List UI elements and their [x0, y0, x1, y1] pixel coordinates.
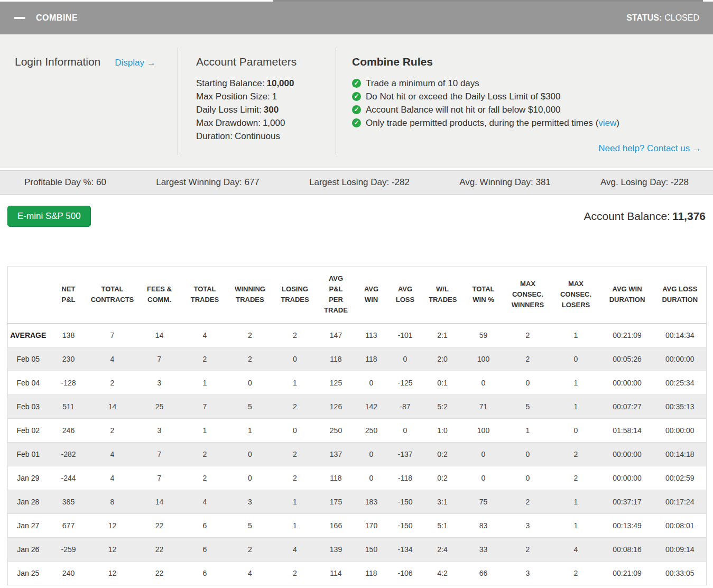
- info-panel: Login Information Display → Account Para…: [0, 34, 713, 168]
- table-cell: 00:00:00: [654, 418, 707, 442]
- column-header: AVG P&L PER TRADE: [317, 267, 355, 324]
- top-edge: [0, 0, 713, 2]
- table-cell: 3: [136, 371, 183, 394]
- table-cell: 2: [227, 323, 273, 347]
- account-parameter-item: Daily Loss Limit:300: [196, 103, 336, 116]
- row-label: Jan 29: [8, 466, 49, 490]
- table-cell: -125: [388, 371, 423, 394]
- account-parameter-item: Starting Balance:10,000: [196, 77, 336, 90]
- combine-rule-item: ✓Do Not hit or exceed the Daily Loss Lim…: [352, 90, 701, 103]
- table-cell: 2: [505, 323, 551, 347]
- column-header: W/L TRADES: [423, 267, 462, 324]
- table-cell: 118: [355, 347, 388, 371]
- table-cell: 118: [355, 561, 388, 585]
- column-header-text: LOSING TRADES: [274, 284, 316, 305]
- table-cell: 00:33:05: [654, 561, 707, 585]
- table-cell: 137: [317, 442, 355, 466]
- table-cell: 183: [355, 490, 388, 513]
- daily-stats-bar: Profitable Day %: 60Largest Winning Day:…: [0, 170, 713, 195]
- account-parameter-item: Max Drawdown:1,000: [196, 116, 336, 130]
- column-header-text: AVG WIN: [363, 284, 381, 305]
- parameter-label: Daily Loss Limit:: [196, 105, 262, 115]
- table-row: Feb 01-282472021370-1370:200200:00:0000:…: [8, 442, 707, 466]
- table-cell: 2: [227, 537, 273, 561]
- table-cell: 7: [136, 466, 183, 490]
- table-cell: 2: [89, 371, 136, 394]
- table-cell: 4: [551, 537, 601, 561]
- table-cell: 2: [505, 537, 551, 561]
- table-cell: 2:4: [423, 537, 462, 561]
- table-cell: 0: [355, 466, 388, 490]
- contact-us-link[interactable]: Need help? Contact us →: [598, 143, 701, 153]
- table-cell: 59: [462, 323, 505, 347]
- table-cell: 2:1: [423, 323, 462, 347]
- table-row: AVERAGE138714422147113-1012:1592100:21:0…: [8, 323, 707, 347]
- table-cell: 0: [227, 442, 273, 466]
- table-row: Feb 052304722011811802:01002000:05:2600:…: [8, 347, 707, 371]
- table-cell: 113: [355, 323, 388, 347]
- table-cell: 33: [462, 537, 505, 561]
- table-cell: 1: [551, 323, 601, 347]
- table-row: Jan 28385814431175183-1503:1752100:37:17…: [8, 490, 707, 513]
- table-cell: 1: [551, 513, 601, 537]
- table-cell: 4: [89, 347, 136, 371]
- parameter-label: Starting Balance:: [196, 78, 264, 88]
- table-cell: 00:14:18: [654, 442, 707, 466]
- table-cell: 385: [49, 490, 89, 513]
- table-cell: 0: [551, 418, 601, 442]
- table-cell: 00:37:17: [601, 490, 654, 513]
- column-header: AVG LOSS DURATION: [654, 267, 707, 324]
- account-parameters-list: Starting Balance:10,000Max Position Size…: [196, 77, 336, 143]
- table-cell: 1: [551, 490, 601, 513]
- combine-rules-list: ✓Trade a minimum of 10 days✓Do Not hit o…: [352, 77, 701, 130]
- table-cell: 22: [136, 561, 183, 585]
- table-cell: 142: [355, 394, 388, 418]
- combine-rule-item: ✓Account Balance will not hit or fall be…: [352, 103, 701, 116]
- column-header: NET P&L: [49, 267, 89, 324]
- table-cell: 00:14:34: [654, 323, 707, 347]
- table-cell: 0: [273, 347, 317, 371]
- table-cell: 75: [462, 490, 505, 513]
- stat-item: Avg. Winning Day: 381: [459, 177, 551, 188]
- row-label: Feb 05: [8, 347, 49, 371]
- product-button[interactable]: E-mini S&P 500: [7, 206, 91, 227]
- row-label: Jan 25: [8, 561, 49, 585]
- table-cell: 250: [317, 418, 355, 442]
- account-balance-value: 11,376: [672, 210, 706, 222]
- table-cell: 1: [505, 418, 551, 442]
- table-cell: 1: [273, 371, 317, 394]
- table-cell: 2: [273, 561, 317, 585]
- parameter-value: Continuous: [235, 131, 280, 141]
- column-header: AVG LOSS: [388, 267, 423, 324]
- stat-item: Largest Losing Day: -282: [309, 177, 410, 188]
- parameter-value: 1: [272, 91, 277, 102]
- display-link[interactable]: Display →: [115, 58, 155, 68]
- table-cell: -150: [388, 490, 423, 513]
- table-cell: -106: [388, 561, 423, 585]
- column-header-text: MAX CONSEC. WINNERS: [509, 279, 547, 310]
- table-cell: 0: [462, 442, 505, 466]
- column-header: TOTAL WIN %: [462, 267, 505, 324]
- table-cell: 1: [273, 490, 317, 513]
- table-cell: 4: [227, 561, 273, 585]
- table-cell: 00:08:16: [601, 537, 654, 561]
- parameter-label: Duration:: [196, 131, 233, 141]
- table-cell: 0:2: [423, 442, 462, 466]
- table-cell: 7: [89, 323, 136, 347]
- table-cell: -128: [49, 371, 89, 394]
- table-cell: 1: [183, 418, 227, 442]
- rule-text: Trade a minimum of 10 days: [366, 77, 479, 90]
- table-cell: -282: [49, 442, 89, 466]
- row-label: Jan 27: [8, 513, 49, 537]
- account-balance: Account Balance:11,376: [584, 210, 706, 223]
- table-cell: 4:2: [423, 561, 462, 585]
- table-cell: 1: [183, 371, 227, 394]
- table-cell: 0: [505, 442, 551, 466]
- table-cell: 0: [227, 371, 273, 394]
- view-link[interactable]: view: [598, 116, 616, 130]
- table-row: Feb 022462311025025001:01001001:58:1400:…: [8, 418, 707, 442]
- table-cell: 0: [551, 347, 601, 371]
- stat-item: Largest Winning Day: 677: [156, 177, 260, 188]
- minimize-icon[interactable]: [14, 17, 25, 19]
- table-cell: 3:1: [423, 490, 462, 513]
